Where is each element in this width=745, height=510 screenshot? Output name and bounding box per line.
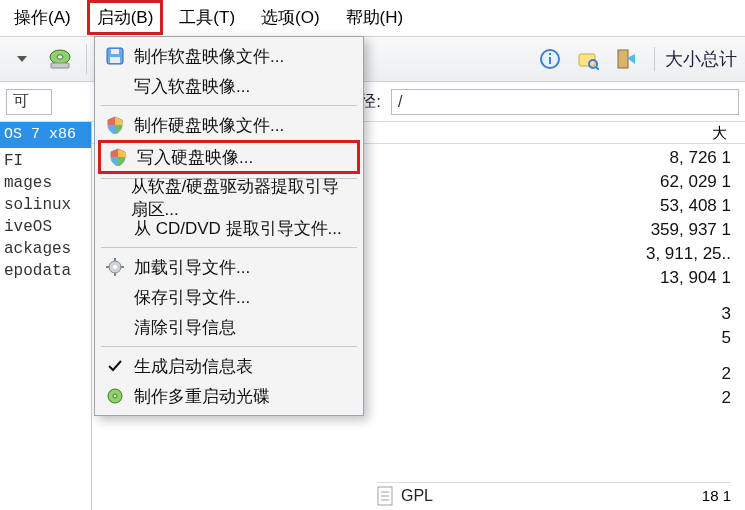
tree-item[interactable]: ackages [0, 238, 91, 260]
menu-item-extract-boot-cd[interactable]: 从 CD/DVD 提取引导文件... [98, 213, 360, 243]
svg-rect-5 [549, 57, 551, 64]
address-prefix-field[interactable] [6, 89, 52, 115]
tree-item[interactable]: iveOS [0, 216, 91, 238]
svg-rect-21 [110, 57, 120, 63]
svg-marker-0 [17, 56, 27, 62]
menu-item-label: 从软盘/硬盘驱动器提取引导扇区... [131, 175, 348, 221]
menu-item-label: 生成启动信息表 [134, 355, 253, 378]
menu-tools[interactable]: 工具(T) [169, 0, 245, 35]
menu-item-label: 写入硬盘映像... [137, 146, 253, 169]
tree-item[interactable]: solinux [0, 194, 91, 216]
menu-item-make-multiboot-disc[interactable]: 制作多重启动光碟 [98, 381, 360, 411]
file-size-cell: 62, 029 1 [646, 170, 731, 194]
disc-drive-icon [47, 47, 73, 71]
shield-icon [107, 146, 129, 168]
menu-item-save-boot-file[interactable]: 保存引导文件... [98, 282, 360, 312]
menu-item-label: 加载引导文件... [134, 256, 250, 279]
path-input[interactable] [391, 89, 739, 115]
menu-item-extract-boot-sector[interactable]: 从软盘/硬盘驱动器提取引导扇区... [98, 183, 360, 213]
menu-item-label: 从 CD/DVD 提取引导文件... [134, 217, 342, 240]
menu-separator [101, 247, 357, 248]
toolbar-explorer-button[interactable] [572, 44, 604, 74]
boot-menu-dropdown: 制作软盘映像文件... 写入软盘映像... 制作硬盘映像文件... 写入硬盘映像… [94, 36, 364, 416]
toolbar-info-button[interactable] [534, 44, 566, 74]
toolbar-separator [86, 44, 87, 74]
menu-boot[interactable]: 启动(B) [87, 0, 164, 35]
svg-point-29 [113, 394, 117, 398]
tree-selected-node[interactable]: OS 7 x86 [0, 122, 91, 148]
svg-rect-6 [549, 53, 551, 55]
svg-point-2 [57, 55, 63, 59]
file-size-cell: 5 [646, 326, 731, 350]
file-size-cell: 53, 408 1 [646, 194, 731, 218]
menu-item-label: 保存引导文件... [134, 286, 250, 309]
tree-item[interactable]: FI [0, 150, 91, 172]
file-size-cell: 18 1 [702, 487, 731, 504]
left-tree-pane: OS 7 x86 FI mages solinux iveOS ackages … [0, 122, 92, 510]
toolbar-open-disc-button[interactable] [44, 44, 76, 74]
file-size-cell: 2 [646, 362, 731, 386]
chevron-down-icon [17, 56, 27, 62]
blank-icon [104, 75, 126, 97]
menu-item-clear-boot-info[interactable]: 清除引导信息 [98, 312, 360, 342]
file-size-cell: 2 [646, 386, 731, 410]
file-size-cell: 3 [646, 302, 731, 326]
disc-icon [104, 385, 126, 407]
blank-icon [104, 217, 126, 239]
svg-rect-20 [111, 49, 119, 54]
menu-item-write-floppy-image[interactable]: 写入软盘映像... [98, 71, 360, 101]
menu-help[interactable]: 帮助(H) [336, 0, 414, 35]
text-file-icon [377, 486, 395, 506]
tree-item[interactable]: mages [0, 172, 91, 194]
menu-item-label: 制作多重启动光碟 [134, 385, 270, 408]
menu-separator [101, 346, 357, 347]
menu-item-label: 写入软盘映像... [134, 75, 250, 98]
menu-item-write-hdd-image[interactable]: 写入硬盘映像... [98, 140, 360, 174]
column-header-size[interactable]: 大 [712, 124, 727, 143]
menu-item-make-floppy-image[interactable]: 制作软盘映像文件... [98, 41, 360, 71]
blank-icon [104, 286, 126, 308]
file-size-cell: 13, 904 1 [646, 266, 731, 290]
blank-icon [104, 316, 126, 338]
file-size-cell: 8, 726 1 [646, 146, 731, 170]
blank-icon [104, 187, 123, 209]
file-name-cell: GPL [401, 487, 433, 505]
file-size-cell: 3, 911, 25.. [646, 242, 731, 266]
menu-operate[interactable]: 操作(A) [4, 0, 81, 35]
gear-icon [104, 256, 126, 278]
menu-options[interactable]: 选项(O) [251, 0, 330, 35]
shield-icon [104, 114, 126, 136]
menu-item-gen-boot-info-table[interactable]: 生成启动信息表 [98, 351, 360, 381]
door-exit-icon [615, 48, 637, 70]
svg-point-23 [113, 265, 117, 269]
menu-item-label: 制作硬盘映像文件... [134, 114, 284, 137]
size-column-values: 8, 726 1 62, 029 1 53, 408 1 359, 937 1 … [646, 146, 731, 410]
svg-rect-10 [618, 50, 628, 68]
menu-item-label: 制作软盘映像文件... [134, 45, 284, 68]
menu-item-make-hdd-image[interactable]: 制作硬盘映像文件... [98, 110, 360, 140]
tree-item[interactable]: epodata [0, 260, 91, 282]
info-icon [539, 48, 561, 70]
folder-magnifier-icon [577, 48, 599, 70]
svg-rect-3 [51, 63, 69, 68]
menu-separator [101, 105, 357, 106]
svg-line-9 [596, 67, 599, 70]
file-size-cell: 359, 937 1 [646, 218, 731, 242]
menu-item-load-boot-file[interactable]: 加载引导文件... [98, 252, 360, 282]
checkmark-icon [104, 355, 126, 377]
toolbar-total-label: 大小总计 [654, 47, 741, 71]
file-row-gpl[interactable]: GPL 18 1 [377, 482, 731, 508]
toolbar-exit-button[interactable] [610, 44, 642, 74]
toolbar-dropdown-arrow[interactable] [6, 44, 38, 74]
menu-item-label: 清除引导信息 [134, 316, 236, 339]
menubar: 操作(A) 启动(B) 工具(T) 选项(O) 帮助(H) [0, 0, 745, 36]
floppy-icon [104, 45, 126, 67]
